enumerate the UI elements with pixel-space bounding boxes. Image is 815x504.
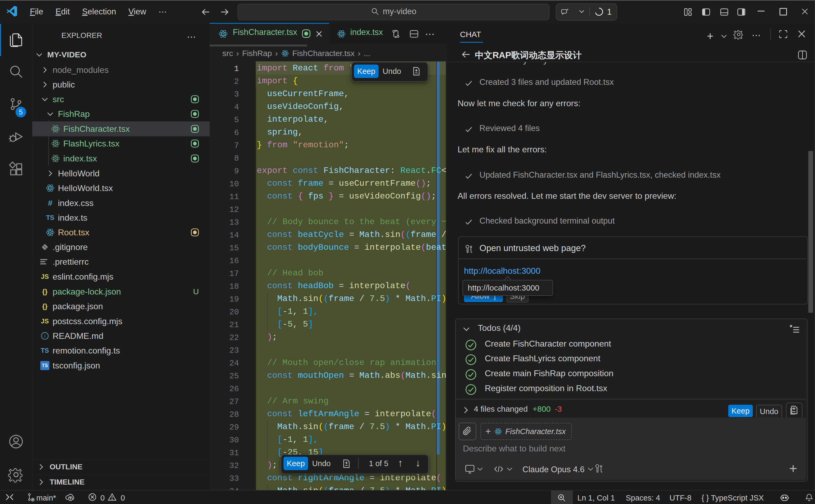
svg-text:i: i	[44, 334, 46, 339]
